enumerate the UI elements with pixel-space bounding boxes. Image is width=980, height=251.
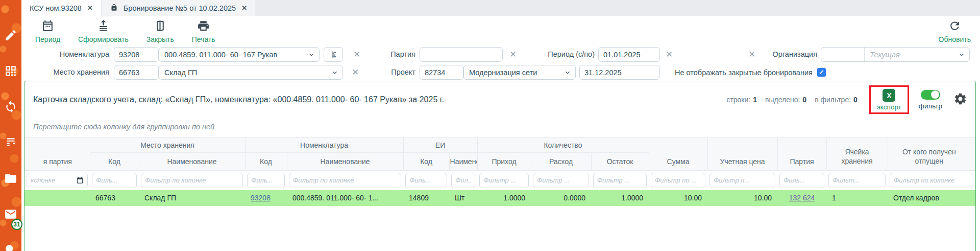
party-input[interactable] — [420, 47, 503, 62]
close-icon[interactable]: ✕ — [241, 4, 247, 12]
close-label: Закрыть — [146, 35, 174, 43]
filter-input-storage-code[interactable]: Филь... — [92, 173, 137, 188]
toggle-on-icon[interactable] — [921, 90, 940, 100]
period-to-input[interactable] — [579, 65, 660, 80]
filter-input-storage-name[interactable]: Фильтр по колонке — [141, 173, 243, 188]
filter-input-nom-name[interactable]: Фильтр по колонке — [289, 173, 401, 188]
filter-input-rest[interactable]: Фильтр ... — [593, 173, 647, 188]
filter-input-unit-name[interactable]: Фил... — [451, 173, 475, 188]
subheader-storage-code[interactable]: Код — [90, 153, 139, 171]
report-download-icon[interactable] — [4, 136, 17, 151]
filter-input-price[interactable]: Фильтр п... — [709, 173, 775, 188]
sync-icon[interactable] — [4, 100, 17, 116]
clear-nomenclature-icon[interactable]: ✕ — [351, 47, 362, 62]
app-window: 31 КСУ ном.93208 ✕ Бронирование №5 от 10… — [0, 0, 980, 251]
subheader-expense[interactable]: Расход — [531, 153, 591, 171]
door-icon — [154, 19, 166, 34]
project-code-input[interactable] — [420, 65, 463, 80]
filter-input-income[interactable]: Фильтр ... — [479, 173, 529, 188]
filter-input-sum[interactable]: Фильтр по ... — [651, 173, 705, 188]
export-label: экспорт — [877, 103, 901, 111]
group-header-unit[interactable]: ЕИ — [403, 138, 477, 153]
settings-button[interactable] — [953, 92, 967, 108]
filter-input-cell[interactable]: Фильт... — [828, 173, 886, 188]
subheader-nom-name[interactable]: Наименование — [287, 153, 403, 171]
close-button[interactable]: Закрыть — [146, 19, 174, 43]
nomenclature-select[interactable]: 000.4859. 011.000- 60- 167 Рукав — [159, 47, 320, 62]
nomenclature-code-input[interactable] — [114, 47, 159, 62]
subheader-unit-code[interactable]: Код — [403, 153, 449, 171]
hide-closed-bookings[interactable]: Не отображать закрытые бронирования ✓ — [675, 65, 826, 80]
generate-button[interactable]: Сформировать — [78, 19, 129, 43]
folder-icon[interactable] — [4, 172, 17, 187]
qr-code-icon[interactable] — [4, 64, 17, 80]
stock-card-panel: Карточка складского учета, склад: «Склад… — [24, 81, 976, 251]
filter-input-batch[interactable]: Филь... — [779, 173, 824, 188]
hide-closed-label: Не отображать закрытые бронирования — [675, 69, 813, 77]
filter-input-party[interactable]: колонке — [27, 173, 88, 188]
project-select[interactable]: Модернизация сети — [463, 65, 576, 80]
filter-input-nom-code[interactable]: Филь... — [247, 173, 285, 188]
column-header-party-cut[interactable]: я партия — [24, 138, 90, 171]
subheader-nom-code[interactable]: Код — [245, 153, 287, 171]
column-header-from-whom[interactable]: От кого полученотпущен — [888, 138, 975, 171]
column-header-sum[interactable]: Сумма — [649, 138, 707, 171]
tree-icon — [329, 50, 338, 59]
period-from-input[interactable] — [598, 47, 660, 62]
period-button[interactable]: Период — [35, 19, 60, 43]
subheader-unit-name[interactable]: Наимено — [449, 153, 477, 171]
column-header-price[interactable]: Учетная цена — [707, 138, 777, 171]
organization-code-input[interactable] — [821, 48, 865, 61]
tab-booking[interactable]: Бронирование №5 от 10.02.2025 ✕ — [102, 0, 255, 16]
clear-extra-icon[interactable]: ✕ — [746, 47, 757, 62]
subheader-storage-name[interactable]: Наименование — [139, 153, 245, 171]
filter-input-unit-code[interactable]: Филь... — [405, 173, 447, 188]
clear-storage-icon[interactable]: ✕ — [350, 65, 361, 80]
refresh-label: Обновить — [939, 35, 971, 43]
mail-icon[interactable]: 31 — [4, 208, 17, 223]
edit-icon[interactable] — [4, 29, 17, 44]
storage-code-input[interactable] — [114, 65, 159, 80]
generate-icon — [97, 19, 110, 34]
organization-select[interactable]: Текущая — [821, 47, 970, 62]
tab-stock-card[interactable]: КСУ ном.93208 ✕ — [21, 0, 101, 16]
project-label: Проект — [362, 65, 415, 80]
filter-toggle-label: фильтр — [919, 102, 942, 110]
filter-input-expense[interactable]: Фильтр ... — [533, 173, 589, 188]
filter-input-from-whom[interactable]: Фильтр по колонке — [890, 173, 973, 188]
subheader-rest[interactable]: Остаток — [591, 153, 649, 171]
refresh-button[interactable]: Обновить — [939, 19, 971, 43]
cell-rest: 1.0000 — [591, 190, 649, 206]
annotation-highlight-box: X экспорт — [869, 85, 909, 114]
column-header-storage-cell[interactable]: Ячейкахранения — [826, 138, 888, 171]
group-header-storage[interactable]: Место хранения — [90, 138, 245, 153]
left-sidebar: 31 — [0, 0, 21, 251]
print-button[interactable]: Печать — [192, 19, 215, 43]
nomenclature-link[interactable]: 93208 — [251, 194, 271, 202]
chevron-down-icon — [308, 51, 315, 58]
cell-nom-name: 000.4859. 011.000- 60- 1... — [287, 190, 403, 206]
filter-toggle[interactable]: фильтр — [919, 90, 942, 110]
cell-income: 1.0000 — [477, 190, 531, 206]
batch-link[interactable]: 132 624 — [789, 194, 815, 202]
group-header-quantity[interactable]: Количество — [477, 138, 649, 153]
chevron-down-icon — [331, 69, 338, 76]
generate-label: Сформировать — [78, 35, 129, 43]
storage-select[interactable]: Склад ГП — [159, 65, 343, 80]
group-drop-hint: Перетащите сюда колонку для группировки … — [24, 114, 975, 137]
cell-nom-code: 93208 — [245, 190, 287, 206]
hierarchy-button[interactable] — [324, 47, 343, 62]
cell-price: 10.00 — [707, 190, 777, 206]
table-row[interactable]: 66763 Склад ГП 93208 000.4859. 011.000- … — [24, 190, 975, 206]
clear-period-icon[interactable]: ✕ — [664, 47, 675, 62]
column-header-batch[interactable]: Партия — [777, 138, 826, 171]
subheader-income[interactable]: Приход — [477, 153, 531, 171]
clear-party-icon[interactable]: ✕ — [507, 47, 519, 62]
checkbox-checked[interactable]: ✓ — [817, 68, 826, 77]
excel-icon: X — [883, 89, 895, 102]
cell-storage-code: 66763 — [90, 190, 139, 206]
search-icon[interactable] — [4, 243, 17, 251]
export-button[interactable]: X экспорт — [877, 89, 901, 111]
close-icon[interactable]: ✕ — [87, 4, 93, 12]
group-header-nomenclature[interactable]: Номенклатура — [245, 138, 403, 153]
